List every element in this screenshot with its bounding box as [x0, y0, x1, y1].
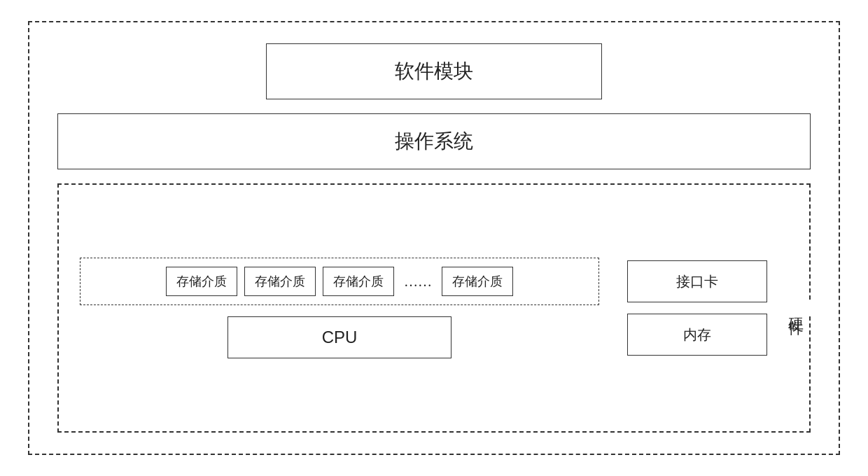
interface-card-label: 接口卡 — [676, 272, 718, 291]
interface-card-box: 接口卡 — [627, 260, 767, 302]
cpu-box: CPU — [227, 316, 451, 358]
hardware-section: 存储介质 存储介质 存储介质 …… 存储介质 CPU 接口卡 — [57, 183, 811, 433]
software-module-box: 软件模块 — [266, 43, 602, 99]
left-section: 存储介质 存储介质 存储介质 …… 存储介质 CPU — [80, 258, 599, 358]
cpu-label: CPU — [322, 328, 358, 347]
hardware-label: 硬件 — [781, 302, 811, 314]
right-section: 接口卡 内存 — [627, 260, 767, 356]
memory-box: 内存 — [627, 314, 767, 356]
software-module-label: 软件模块 — [395, 58, 473, 85]
storage-item-1: 存储介质 — [166, 267, 237, 296]
storage-item-4: 存储介质 — [442, 267, 513, 296]
main-diagram: 软件模块 操作系统 存储介质 存储介质 存储介质 …… 存储介质 — [28, 21, 840, 455]
storage-item-2: 存储介质 — [244, 267, 316, 296]
os-box: 操作系统 — [57, 113, 811, 169]
memory-label: 内存 — [683, 326, 711, 344]
ellipsis: …… — [401, 274, 435, 290]
storage-group: 存储介质 存储介质 存储介质 …… 存储介质 — [80, 258, 599, 305]
storage-item-3: 存储介质 — [323, 267, 394, 296]
os-label: 操作系统 — [395, 128, 473, 155]
